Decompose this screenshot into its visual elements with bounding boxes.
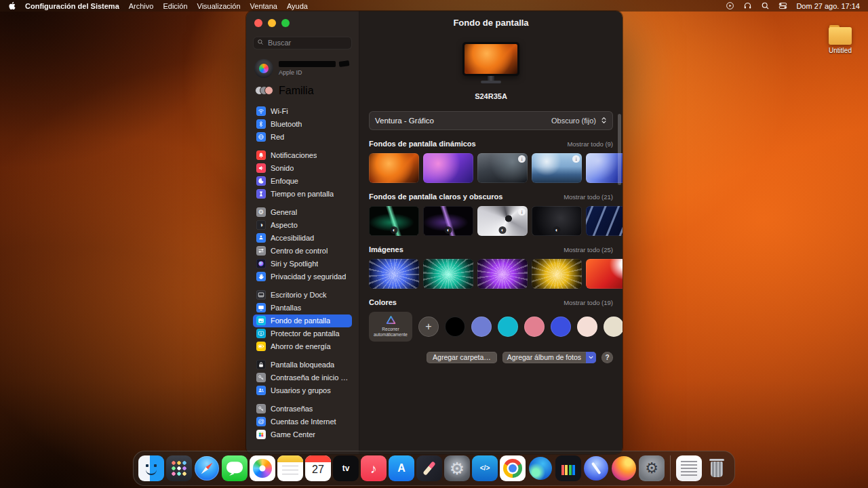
sidebar-item-siri-y-spotlight[interactable]: Siri y Spotlight xyxy=(253,258,352,270)
messages-dock-icon[interactable] xyxy=(222,455,248,481)
sidebar-item-notificaciones[interactable]: Notificaciones xyxy=(253,149,352,162)
sidebar-item-tiempo-en-pantalla[interactable]: Tiempo en pantalla xyxy=(253,188,352,201)
search-icon[interactable] xyxy=(761,1,770,10)
sidebar-item-centro-de-control[interactable]: Centro de control xyxy=(253,245,352,258)
sidebar-item-privacidad-y-seguridad[interactable]: Privacidad y seguridad xyxy=(253,270,352,283)
apple-logo-icon[interactable] xyxy=(8,1,16,10)
sidebar-item-red[interactable]: Red xyxy=(253,131,352,144)
finder-dock-icon[interactable] xyxy=(138,455,164,481)
desktop-folder-untitled[interactable]: Untitled xyxy=(823,27,857,54)
wallpaper-thumb-island[interactable]: ↓ xyxy=(532,153,582,183)
wallpaper-thumb-dark-purple[interactable]: ◐ xyxy=(423,206,473,236)
wallpaper-thumb-dark-mono[interactable]: ◐ xyxy=(532,206,582,236)
wallpaper-thumb-flower-purple[interactable] xyxy=(477,259,528,289)
zoom-button[interactable] xyxy=(281,19,290,27)
color-swatch-12b8cf[interactable] xyxy=(498,317,518,337)
color-swatch-000000[interactable] xyxy=(445,317,465,337)
search-input[interactable] xyxy=(253,37,352,49)
sidebar-item-wi-fi[interactable]: Wi-Fi xyxy=(253,105,352,118)
sidebar-item-enfoque[interactable]: Enfoque xyxy=(253,175,352,188)
chevron-down-icon[interactable] xyxy=(586,352,596,363)
sidebar-item-bluetooth[interactable]: Bluetooth xyxy=(253,118,352,131)
sidebar-item-protector-de-pantalla[interactable]: Protector de pantalla xyxy=(253,327,352,340)
color-swatch-e27f90[interactable] xyxy=(524,317,545,337)
minimize-button[interactable] xyxy=(268,19,276,27)
help-button[interactable]: ? xyxy=(601,352,613,363)
add-photo-album-button[interactable]: Agregar álbum de fotos xyxy=(502,352,596,363)
add-color-button[interactable]: + xyxy=(418,317,439,337)
textedit-dock-icon[interactable] xyxy=(676,455,702,481)
person-icon xyxy=(256,233,266,243)
color-swatch-3b4fe0[interactable] xyxy=(551,317,571,337)
add-folder-button[interactable]: Agregar carpeta… xyxy=(427,352,497,363)
wallpaper-thumb-ventura[interactable] xyxy=(369,153,419,183)
apple-id-row[interactable]: Apple ID xyxy=(253,59,352,78)
menu-configuracion-del-sistema[interactable]: Configuración del Sistema xyxy=(25,2,119,10)
sidebar-item-contrasenas[interactable]: Contraseñas xyxy=(253,403,352,415)
utility-dock-icon[interactable]: ⚙ xyxy=(639,455,665,481)
wallpaper-thumb-swirl-light[interactable]: ◐↓ xyxy=(477,206,528,236)
wallpaper-thumb-blue-streaks[interactable] xyxy=(586,206,623,236)
control-center-icon[interactable] xyxy=(778,1,787,10)
firefox-dock-icon[interactable] xyxy=(611,455,637,481)
headphones-icon[interactable] xyxy=(743,1,752,10)
wallpaper-thumb-flower-teal[interactable] xyxy=(423,259,473,289)
wallpaper-thumb-red-abstract[interactable] xyxy=(586,259,623,289)
menu-bar-clock[interactable]: Dom 27 ago. 17:14 xyxy=(796,2,860,10)
edge-dock-icon[interactable] xyxy=(528,455,553,481)
sidebar-item-game-center[interactable]: Game Center xyxy=(253,428,352,441)
sidebar-item-ahorro-de-energia[interactable]: Ahorro de energía xyxy=(253,340,352,353)
notes-dock-icon[interactable] xyxy=(277,455,303,481)
wallpaper-thumb-abstract-blue[interactable] xyxy=(586,153,623,183)
wallpaper-thumb-flower-blue[interactable] xyxy=(369,259,419,289)
chart-dock-icon[interactable] xyxy=(555,455,581,481)
photos-dock-icon[interactable] xyxy=(250,455,275,481)
sidebar-item-contrasena-de-inicio-de-sesion[interactable]: Contraseña de inicio de sesión xyxy=(253,371,352,384)
wallpaper-thumb-flower-yellow[interactable] xyxy=(532,259,582,289)
music-dock-icon[interactable]: ♪ xyxy=(361,455,387,481)
wallpaper-thumb-dark-green[interactable]: ◐ xyxy=(369,206,419,236)
wallpaper-thumb-monterey[interactable] xyxy=(423,153,473,183)
color-swatch-f5ded6[interactable] xyxy=(577,317,597,337)
color-swatch-6f7dd3[interactable] xyxy=(471,317,492,337)
family-row[interactable]: Familia xyxy=(253,85,352,97)
menu-visualizacion[interactable]: Visualización xyxy=(197,2,241,10)
paint-dock-icon[interactable] xyxy=(416,455,442,481)
vscode-dock-icon[interactable]: </> xyxy=(472,455,498,481)
safari-dock-icon[interactable] xyxy=(194,455,220,481)
show-all-link[interactable]: Mostrar todo (9) xyxy=(567,140,613,148)
auto-rotate-tile[interactable]: Recorrer automáticamente xyxy=(369,312,412,342)
scrollbar[interactable] xyxy=(618,114,621,185)
chrome-dock-icon[interactable] xyxy=(500,455,526,481)
trash-dock-icon[interactable] xyxy=(704,455,730,481)
sidebar-item-fondo-de-pantalla[interactable]: Fondo de pantalla xyxy=(253,314,352,327)
menu-archivo[interactable]: Archivo xyxy=(129,2,154,10)
browser-dock-icon[interactable] xyxy=(583,455,609,481)
menu-ventana[interactable]: Ventana xyxy=(250,2,277,10)
show-all-link[interactable]: Mostrar todo (25) xyxy=(564,246,613,253)
sidebar-item-usuarios-y-grupos[interactable]: Usuarios y grupos xyxy=(253,384,352,397)
app-store-dock-icon[interactable]: A xyxy=(389,455,414,481)
now-playing-icon[interactable] xyxy=(726,1,734,10)
sidebar-item-general[interactable]: ⚙General xyxy=(253,206,352,219)
menu-ayuda[interactable]: Ayuda xyxy=(287,2,308,10)
launchpad-dock-icon[interactable] xyxy=(166,455,192,481)
show-all-colors-link[interactable]: Mostrar todo (19) xyxy=(564,299,613,306)
wallpaper-thumb-city[interactable]: ↓ xyxy=(477,153,528,183)
actions-row: Agregar carpeta… Agregar álbum de fotos … xyxy=(369,352,613,363)
menu-edicion[interactable]: Edición xyxy=(163,2,187,10)
calendar-dock-icon[interactable]: 27 xyxy=(305,455,331,481)
sidebar-item-cuentas-de-internet[interactable]: @Cuentas de Internet xyxy=(253,415,352,428)
sidebar-item-pantalla-bloqueada[interactable]: Pantalla bloqueada xyxy=(253,359,352,371)
sidebar-item-sonido[interactable]: Sonido xyxy=(253,162,352,175)
color-swatch-e7dfcc[interactable] xyxy=(604,317,623,337)
sidebar-item-accesibilidad[interactable]: Accesibilidad xyxy=(253,232,352,245)
wallpaper-style-select[interactable]: Ventura - Gráfico Obscuro (fijo) xyxy=(369,111,613,130)
sidebar-item-escritorio-y-dock[interactable]: Escritorio y Dock xyxy=(253,289,352,302)
show-all-link[interactable]: Mostrar todo (21) xyxy=(564,193,613,201)
sidebar-item-aspecto[interactable]: ◑Aspecto xyxy=(253,219,352,232)
apple-tv-dock-icon[interactable]: tv xyxy=(333,455,359,481)
system-settings-dock-icon[interactable]: ⚙ xyxy=(444,455,470,481)
close-button[interactable] xyxy=(254,19,262,27)
sidebar-item-pantallas[interactable]: Pantallas xyxy=(253,302,352,314)
